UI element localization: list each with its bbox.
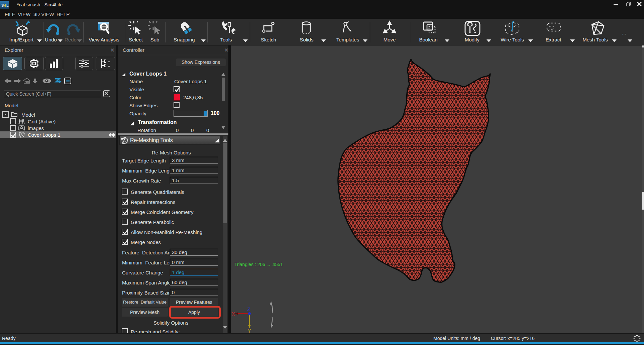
svg-text:4: 4 <box>4 3 6 8</box>
svg-text:L: L <box>6 3 9 7</box>
svg-text:Y: Y <box>248 328 251 333</box>
svg-text:Z: Z <box>247 307 250 312</box>
svg-text:X: X <box>232 311 235 317</box>
